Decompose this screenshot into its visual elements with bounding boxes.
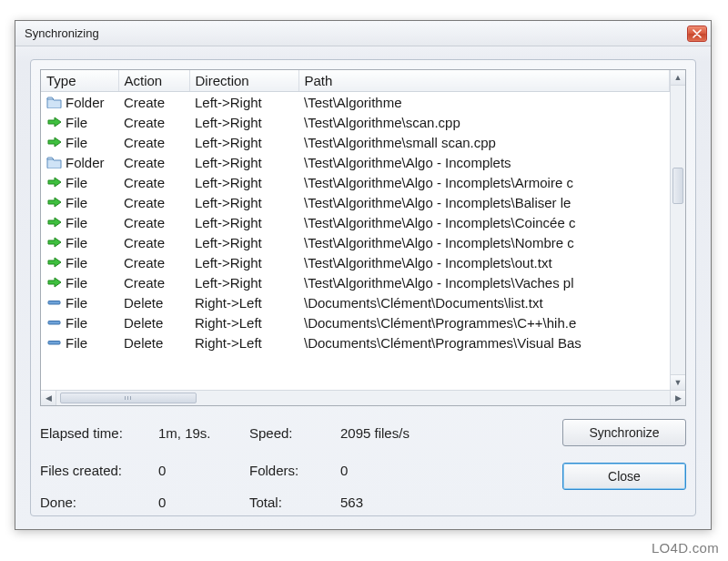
table-row[interactable]: FileCreateLeft->Right\Test\Algorithme\Al…: [41, 172, 670, 192]
table-row[interactable]: FileCreateLeft->Right\Test\Algorithme\Al…: [41, 232, 670, 252]
table-row[interactable]: FileCreateLeft->Right\Test\Algorithme\Al…: [41, 272, 670, 292]
action-text: Delete: [118, 332, 189, 352]
arrow-right-icon: [46, 195, 63, 209]
path-text: \Test\Algorithme\Algo - Incomplets\Nombr…: [298, 232, 670, 252]
direction-text: Left->Right: [189, 272, 298, 292]
table-row[interactable]: FileDeleteRight->Left\Documents\Clément\…: [41, 332, 670, 352]
sync-window: Synchronizing Type Action Direction: [15, 20, 712, 530]
scroll-right-icon[interactable]: ▶: [670, 391, 685, 405]
action-text: Create: [118, 132, 189, 152]
vertical-scrollbar[interactable]: ▲ ▼: [670, 70, 685, 390]
files-created-value: 0: [158, 463, 249, 478]
direction-text: Left->Right: [189, 252, 298, 272]
table-row[interactable]: FileDeleteRight->Left\Documents\Clément\…: [41, 292, 670, 312]
type-text: File: [66, 275, 87, 291]
col-action[interactable]: Action: [118, 70, 189, 92]
svg-rect-1: [48, 321, 60, 325]
table-row[interactable]: FileCreateLeft->Right\Test\Algorithme\Al…: [41, 212, 670, 232]
table-row[interactable]: FolderCreateLeft->Right\Test\Algorithme\…: [41, 152, 670, 172]
action-text: Delete: [118, 292, 189, 312]
type-text: File: [66, 175, 87, 190]
direction-text: Right->Left: [189, 312, 298, 332]
list-panel: Type Action Direction Path FolderCreateL…: [30, 59, 696, 516]
action-text: Create: [118, 172, 189, 192]
folder-icon: [46, 95, 63, 109]
path-text: \Test\Algorithme: [298, 92, 670, 113]
direction-text: Left->Right: [189, 172, 298, 192]
path-text: \Test\Algorithme\Algo - Incomplets\Vache…: [298, 272, 670, 292]
total-value: 563: [340, 495, 504, 510]
action-text: Create: [118, 232, 189, 252]
path-text: \Test\Algorithme\Algo - Incomplets\Balis…: [298, 192, 670, 212]
path-text: \Test\Algorithme\scan.cpp: [298, 112, 670, 132]
action-text: Delete: [118, 312, 189, 332]
col-path[interactable]: Path: [298, 70, 670, 92]
action-text: Create: [118, 192, 189, 212]
path-text: \Test\Algorithme\Algo - Incomplets\Coinc…: [298, 212, 670, 232]
window-title: Synchronizing: [25, 26, 687, 40]
type-text: File: [66, 235, 87, 250]
total-label: Total:: [249, 495, 340, 510]
elapsed-label: Elapsed time:: [40, 425, 158, 441]
path-text: \Test\Algorithme\Algo - Incomplets\Armoi…: [298, 172, 670, 192]
action-text: Create: [118, 252, 189, 272]
scroll-left-icon[interactable]: ◀: [41, 391, 56, 405]
action-text: Create: [118, 212, 189, 232]
folder-icon: [46, 155, 63, 169]
arrow-right-icon: [46, 175, 63, 189]
table-row[interactable]: FileCreateLeft->Right\Test\Algorithme\Al…: [41, 192, 670, 212]
arrow-right-icon: [46, 275, 63, 290]
type-text: Folder: [66, 155, 105, 170]
table-row[interactable]: FileCreateLeft->Right\Test\Algorithme\sc…: [41, 112, 670, 132]
col-direction[interactable]: Direction: [189, 70, 298, 92]
path-text: \Documents\Clément\Programmes\C++\hih.e: [298, 312, 670, 332]
table-row[interactable]: FileCreateLeft->Right\Test\Algorithme\sm…: [41, 132, 670, 152]
done-label: Done:: [40, 495, 158, 510]
type-text: Folder: [66, 95, 105, 110]
header-row: Type Action Direction Path: [41, 70, 670, 92]
table-row[interactable]: FileDeleteRight->Left\Documents\Clément\…: [41, 312, 670, 332]
folders-label: Folders:: [249, 463, 340, 478]
type-text: File: [66, 215, 87, 230]
path-text: \Test\Algorithme\Algo - Incomplets: [298, 152, 670, 172]
table-row[interactable]: FileCreateLeft->Right\Test\Algorithme\Al…: [41, 252, 670, 272]
titlebar[interactable]: Synchronizing: [15, 21, 711, 46]
synchronize-button[interactable]: Synchronize: [562, 419, 686, 446]
arrow-right-icon: [46, 115, 63, 129]
action-text: Create: [118, 272, 189, 292]
scroll-thumb[interactable]: [672, 168, 683, 204]
svg-rect-2: [48, 342, 60, 345]
path-text: \Documents\Clément\Programmes\Visual Bas: [298, 332, 670, 352]
type-text: File: [66, 195, 87, 210]
hscroll-track[interactable]: [56, 391, 670, 405]
action-text: Create: [118, 152, 189, 172]
direction-text: Left->Right: [189, 132, 298, 152]
arrow-right-icon: [46, 255, 63, 270]
watermark: LO4D.com: [652, 540, 719, 556]
action-text: Create: [118, 92, 189, 113]
scroll-track[interactable]: [671, 86, 685, 374]
direction-text: Left->Right: [189, 192, 298, 212]
close-icon[interactable]: [687, 26, 707, 42]
direction-text: Left->Right: [189, 112, 298, 132]
table-row[interactable]: FolderCreateLeft->Right\Test\Algorithme: [41, 92, 670, 113]
stats-grid: Elapsed time: 1m, 19s. Speed: 2095 files…: [40, 419, 686, 510]
scroll-down-icon[interactable]: ▼: [671, 374, 685, 390]
elapsed-value: 1m, 19s.: [158, 425, 249, 441]
direction-text: Right->Left: [189, 332, 298, 352]
arrow-right-icon: [46, 135, 63, 149]
folders-value: 0: [340, 463, 504, 478]
path-text: \Test\Algorithme\small scan.cpp: [298, 132, 670, 152]
type-text: File: [66, 135, 87, 150]
path-text: \Documents\Clément\Documents\list.txt: [298, 292, 670, 312]
content-area: Type Action Direction Path FolderCreateL…: [15, 46, 711, 529]
horizontal-scrollbar[interactable]: ◀ ▶: [41, 390, 685, 405]
close-button[interactable]: Close: [562, 463, 686, 490]
scroll-up-icon[interactable]: ▲: [671, 70, 685, 86]
direction-text: Left->Right: [189, 212, 298, 232]
minus-icon: [46, 315, 63, 330]
action-text: Create: [118, 112, 189, 132]
done-value: 0: [158, 495, 249, 510]
hscroll-thumb[interactable]: [60, 393, 197, 403]
col-type[interactable]: Type: [41, 70, 118, 92]
